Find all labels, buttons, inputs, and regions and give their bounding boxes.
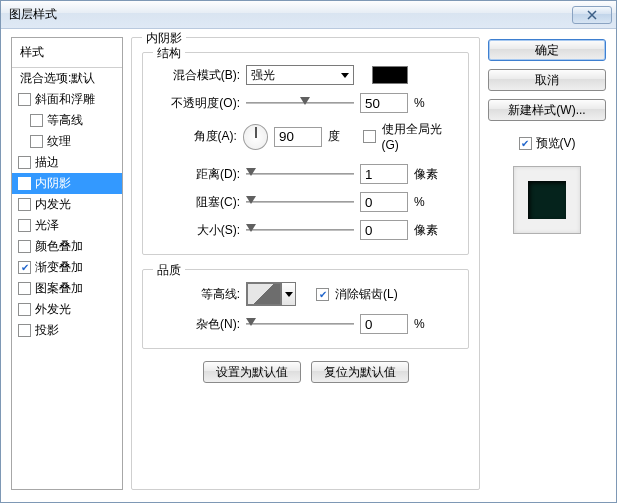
contour-picker[interactable]: [246, 282, 296, 306]
angle-dial[interactable]: [243, 124, 268, 150]
size-row: 大小(S): 像素: [155, 220, 456, 240]
ok-button[interactable]: 确定: [488, 39, 606, 61]
sidebar-item-checkbox[interactable]: [18, 240, 31, 253]
shadow-color-swatch[interactable]: [372, 66, 408, 84]
sidebar-item-checkbox[interactable]: [18, 303, 31, 316]
sidebar-item[interactable]: 颜色叠加: [12, 236, 122, 257]
opacity-label: 不透明度(O):: [155, 95, 240, 112]
noise-unit: %: [414, 317, 444, 331]
sidebar-item[interactable]: 内发光: [12, 194, 122, 215]
sidebar-item-label: 颜色叠加: [35, 239, 83, 254]
sidebar-item-label: 等高线: [47, 113, 83, 128]
layer-style-dialog: 图层样式 样式 混合选项:默认 斜面和浮雕等高线纹理描边内阴影内发光光泽颜色叠加…: [0, 0, 617, 503]
preview-label: 预览(V): [536, 135, 576, 152]
size-input[interactable]: [360, 220, 408, 240]
sidebar-item-checkbox[interactable]: [18, 177, 31, 190]
structure-legend: 结构: [153, 45, 185, 62]
blend-mode-combo[interactable]: 强光: [246, 65, 354, 85]
noise-row: 杂色(N): %: [155, 314, 456, 334]
structure-group: 结构 混合模式(B): 强光 不透明度(O):: [142, 52, 469, 255]
sidebar-item[interactable]: 纹理: [12, 131, 122, 152]
sidebar-item-checkbox[interactable]: [18, 156, 31, 169]
noise-label: 杂色(N):: [155, 316, 240, 333]
close-button[interactable]: [572, 6, 612, 24]
angle-input[interactable]: [274, 127, 322, 147]
opacity-input[interactable]: [360, 93, 408, 113]
close-icon: [586, 10, 598, 20]
blend-mode-label: 混合模式(B):: [155, 67, 240, 84]
sidebar-item[interactable]: 光泽: [12, 215, 122, 236]
quality-group: 品质 等高线: 消除锯齿(L) 杂色(N):: [142, 269, 469, 349]
quality-legend: 品质: [153, 262, 185, 279]
sidebar-item-checkbox[interactable]: [18, 219, 31, 232]
sidebar-item[interactable]: 内阴影: [12, 173, 122, 194]
right-panel: 确定 取消 新建样式(W)... 预览(V): [488, 37, 606, 490]
sidebar-item-checkbox[interactable]: [18, 198, 31, 211]
angle-unit: 度: [328, 128, 357, 145]
blend-options-label: 混合选项:默认: [20, 71, 95, 86]
sidebar-item-label: 描边: [35, 155, 59, 170]
distance-slider[interactable]: [246, 165, 354, 183]
chevron-down-icon: [281, 283, 295, 305]
sidebar-item-checkbox[interactable]: [30, 114, 43, 127]
choke-slider[interactable]: [246, 193, 354, 211]
sidebar-item[interactable]: 渐变叠加: [12, 257, 122, 278]
preview-checkbox[interactable]: [519, 137, 532, 150]
sidebar-item-label: 纹理: [47, 134, 71, 149]
noise-slider[interactable]: [246, 315, 354, 333]
sidebar-item-label: 投影: [35, 323, 59, 338]
angle-row: 角度(A): 度 使用全局光(G): [155, 121, 456, 152]
blend-mode-value: 强光: [251, 67, 275, 84]
blend-mode-row: 混合模式(B): 强光: [155, 65, 456, 85]
size-slider[interactable]: [246, 221, 354, 239]
antialias-label: 消除锯齿(L): [335, 286, 398, 303]
sidebar-item[interactable]: 等高线: [12, 110, 122, 131]
blend-options-row[interactable]: 混合选项:默认: [12, 68, 122, 89]
antialias-checkbox[interactable]: [316, 288, 329, 301]
chevron-down-icon: [341, 73, 349, 78]
sidebar-item-checkbox[interactable]: [30, 135, 43, 148]
sidebar-item-label: 外发光: [35, 302, 71, 317]
sidebar-item-checkbox[interactable]: [18, 282, 31, 295]
choke-input[interactable]: [360, 192, 408, 212]
distance-label: 距离(D):: [155, 166, 240, 183]
sidebar-item-checkbox[interactable]: [18, 261, 31, 274]
sidebar-item-label: 斜面和浮雕: [35, 92, 95, 107]
sidebar-item[interactable]: 投影: [12, 320, 122, 341]
sidebar-item[interactable]: 外发光: [12, 299, 122, 320]
contour-label: 等高线:: [155, 286, 240, 303]
sidebar-item-checkbox[interactable]: [18, 324, 31, 337]
sidebar-item-label: 光泽: [35, 218, 59, 233]
sidebar-item[interactable]: 描边: [12, 152, 122, 173]
new-style-button[interactable]: 新建样式(W)...: [488, 99, 606, 121]
opacity-unit: %: [414, 96, 444, 110]
noise-input[interactable]: [360, 314, 408, 334]
opacity-row: 不透明度(O): %: [155, 93, 456, 113]
center-panel: 内阴影 结构 混合模式(B): 强光 不透明度(O):: [131, 37, 480, 490]
sidebar-item[interactable]: 斜面和浮雕: [12, 89, 122, 110]
sidebar-item-checkbox[interactable]: [18, 93, 31, 106]
choke-unit: %: [414, 195, 444, 209]
contour-row: 等高线: 消除锯齿(L): [155, 282, 456, 306]
choke-row: 阻塞(C): %: [155, 192, 456, 212]
preview-row: 预览(V): [488, 135, 606, 152]
styles-list: 样式 混合选项:默认 斜面和浮雕等高线纹理描边内阴影内发光光泽颜色叠加渐变叠加图…: [11, 37, 123, 490]
sidebar-item-label: 内阴影: [35, 176, 71, 191]
opacity-slider[interactable]: [246, 94, 354, 112]
distance-input[interactable]: [360, 164, 408, 184]
sidebar-item[interactable]: 图案叠加: [12, 278, 122, 299]
size-unit: 像素: [414, 222, 444, 239]
global-light-checkbox[interactable]: [363, 130, 376, 143]
preview-box: [513, 166, 581, 234]
distance-unit: 像素: [414, 166, 444, 183]
make-default-button[interactable]: 设置为默认值: [203, 361, 301, 383]
defaults-row: 设置为默认值 复位为默认值: [142, 361, 469, 383]
reset-default-button[interactable]: 复位为默认值: [311, 361, 409, 383]
sidebar-item-label: 内发光: [35, 197, 71, 212]
effect-group: 内阴影 结构 混合模式(B): 强光 不透明度(O):: [131, 37, 480, 490]
angle-label: 角度(A):: [155, 128, 237, 145]
styles-header: 样式: [12, 38, 122, 68]
sidebar-item-label: 图案叠加: [35, 281, 83, 296]
distance-row: 距离(D): 像素: [155, 164, 456, 184]
cancel-button[interactable]: 取消: [488, 69, 606, 91]
